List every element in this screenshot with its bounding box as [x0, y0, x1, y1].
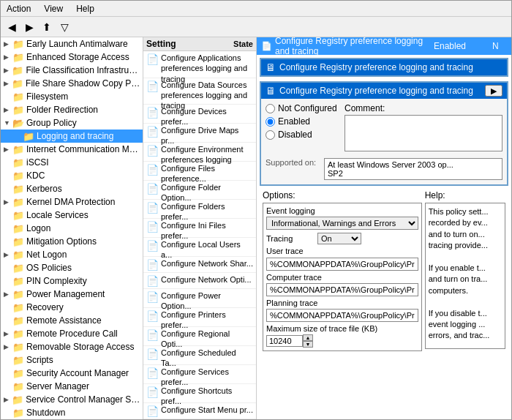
tree-item-logon[interactable]: 📁 Logon — [1, 222, 143, 235]
tree-item-label: Scripts — [26, 355, 53, 365]
spinner-up[interactable]: ▲ — [303, 334, 313, 341]
tree-item-server-mgr[interactable]: 📁 Server Manager — [1, 380, 143, 393]
radio-group: Not Configured Enabled Disabled — [266, 103, 339, 154]
tracing-select[interactable]: On Off — [317, 233, 361, 244]
not-configured-radio[interactable] — [266, 104, 275, 113]
settings-item-icon: 📄 — [146, 221, 159, 233]
menu-view[interactable]: View — [41, 3, 66, 15]
dialog-resize-button[interactable]: ▶ — [485, 85, 502, 97]
forward-button[interactable]: ▶ — [21, 19, 37, 35]
up-button[interactable]: ⬆ — [39, 19, 55, 35]
tree-item-iscsi[interactable]: 📁 iSCSI — [1, 156, 143, 169]
tree-item-pin[interactable]: 📁 PIN Complexity — [1, 274, 143, 288]
menu-action[interactable]: Action — [4, 3, 34, 15]
tree-item-locale[interactable]: 📁 Locale Services — [1, 209, 143, 222]
spinner-down[interactable]: ▼ — [303, 341, 313, 348]
filter-button[interactable]: ▽ — [56, 19, 72, 35]
user-trace-row: User trace — [266, 247, 418, 255]
settings-item-icon: 📄 — [146, 183, 159, 195]
tree-item-security-acct[interactable]: 📁 Security Account Manager — [1, 367, 143, 380]
max-size-spinner[interactable]: ▲ ▼ — [266, 334, 418, 348]
enabled-radio[interactable] — [266, 117, 275, 127]
settings-item-15[interactable]: 📄 Configure Scheduled Ta... — [143, 346, 256, 365]
settings-item-3[interactable]: 📄 Configure Drive Maps pr... — [143, 124, 256, 143]
inner-dialog-title-1: 🖥 Configure Registry preference logging … — [261, 59, 507, 75]
tree-item-group-policy[interactable]: ▼ 📂 Group Policy — [1, 116, 143, 130]
tree-item-removable[interactable]: ▶ 📁 Removable Storage Access — [1, 340, 143, 353]
tree-item-kerberos[interactable]: 📁 Kerberos — [1, 182, 143, 195]
user-trace-value[interactable]: %COMMONAPPDATA%\GroupPolicy\Pr — [266, 258, 418, 271]
tree-item-filesystem[interactable]: 📁 Filesystem — [1, 90, 143, 103]
tree-item-net-logon[interactable]: ▶ 📁 Net Logon — [1, 248, 143, 261]
settings-item-1[interactable]: 📄 Configure Data Sources preferences log… — [143, 78, 256, 105]
toolbar: ◀ ▶ ⬆ ▽ — [1, 17, 511, 37]
tree-item-folder-redirect[interactable]: ▶ 📁 Folder Redirection — [1, 103, 143, 116]
settings-item-0[interactable]: 📄 Configure Applications preferences log… — [143, 51, 256, 78]
tree-item-mitigation[interactable]: 📁 Mitigation Options — [1, 235, 143, 248]
user-trace-label: User trace — [266, 247, 317, 255]
tree-item-recovery[interactable]: 📁 Recovery — [1, 301, 143, 314]
settings-item-icon: 📄 — [146, 259, 159, 271]
settings-item-17[interactable]: 📄 Configure Shortcuts pref... — [143, 384, 256, 403]
max-size-input[interactable] — [266, 335, 303, 347]
tree-item-label: Remote Procedure Call — [26, 329, 118, 339]
disabled-row[interactable]: Disabled — [266, 130, 339, 140]
settings-item-10[interactable]: 📄 Configure Network Shar... — [143, 257, 256, 273]
tree-item-label: iSCSI — [26, 157, 49, 168]
not-configured-row[interactable]: Not Configured — [266, 103, 339, 113]
tree-item-remote-assist[interactable]: 📁 Remote Assistance — [1, 314, 143, 327]
settings-item-5[interactable]: 📄 Configure Files preference... — [143, 162, 256, 181]
settings-item-icon: 📄 — [146, 275, 159, 287]
settings-item-icon: 📄 — [146, 107, 159, 119]
settings-item-11[interactable]: 📄 Configure Network Opti... — [143, 273, 256, 289]
disabled-label: Disabled — [278, 130, 312, 140]
computer-trace-value[interactable]: %COMMONAPPDATA%\GroupPolicy\Pr — [266, 283, 418, 296]
tree-item-svc-ctrl[interactable]: ▶ 📁 Service Control Manager Setti... — [1, 393, 143, 406]
tree-item-file-class[interactable]: ▶ 📁 File Classification Infrastructu... — [1, 64, 143, 77]
settings-item-12[interactable]: 📄 Configure Power Option... — [143, 289, 256, 308]
settings-item-13[interactable]: 📄 Configure Printers prefer... — [143, 308, 256, 327]
tracing-label: Tracing — [266, 234, 317, 243]
settings-item-9[interactable]: 📄 Configure Local Users a... — [143, 238, 256, 257]
tree-item-logging[interactable]: 📁 Logging and tracing — [1, 130, 143, 143]
settings-item-8[interactable]: 📄 Configure Ini Files prefer... — [143, 219, 256, 238]
settings-item-label: Configure Network Shar... — [161, 258, 253, 269]
expand-arrow: ▶ — [4, 330, 11, 337]
planning-trace-value[interactable]: %COMMONAPPDATA%\GroupPolicy\Pr — [266, 309, 418, 322]
tree-item-scripts[interactable]: 📁 Scripts — [1, 353, 143, 367]
tree-item-internet-comm[interactable]: ▶ 📁 Internet Communication Ma... — [1, 143, 143, 156]
settings-item-14[interactable]: 📄 Configure Regional Opti... — [143, 327, 256, 346]
tree-item-label: Server Manager — [26, 381, 89, 391]
settings-item-4[interactable]: 📄 Configure Environment preferences logg… — [143, 143, 256, 162]
tree-item-label: Kernel DMA Protection — [26, 197, 115, 207]
tree-item-power[interactable]: ▶ 📁 Power Management — [1, 288, 143, 301]
supported-row: Supported on: At least Windows Server 20… — [261, 158, 507, 184]
inner-dialog-label-1: Configure Registry preference logging an… — [279, 62, 473, 72]
selected-setting-row[interactable]: 📄 Configure Registry preference logging … — [257, 37, 511, 55]
event-logging-select[interactable]: Informational, Warnings and Errors Warni… — [266, 217, 418, 230]
settings-item-label: Configure Start Menu pr... — [161, 405, 253, 415]
tree-item-early-launch[interactable]: ▶ 📁 Early Launch Antimalware — [1, 37, 143, 50]
settings-item-2[interactable]: 📄 Configure Devices prefer... — [143, 105, 256, 124]
tree-item-shutdown[interactable]: 📁 Shutdown — [1, 406, 143, 419]
settings-item-18[interactable]: 📄 Configure Start Menu pr... — [143, 403, 256, 419]
settings-item-icon: 📄 — [146, 386, 159, 398]
tree-item-kernel-dma[interactable]: ▶ 📁 Kernel DMA Protection — [1, 195, 143, 209]
disabled-radio[interactable] — [266, 130, 275, 140]
enabled-row[interactable]: Enabled — [266, 116, 339, 127]
back-button[interactable]: ◀ — [4, 19, 20, 35]
not-configured-label: Not Configured — [278, 103, 337, 113]
tree-item-rpc[interactable]: ▶ 📁 Remote Procedure Call — [1, 327, 143, 340]
tree-item-kdc[interactable]: 📁 KDC — [1, 169, 143, 182]
supported-label: Supported on: — [266, 158, 324, 167]
settings-item-7[interactable]: 📄 Configure Folders prefer... — [143, 200, 256, 219]
comment-textarea[interactable] — [345, 115, 502, 151]
menu-help[interactable]: Help — [73, 3, 97, 15]
settings-item-16[interactable]: 📄 Configure Services prefer... — [143, 365, 256, 384]
tracing-row: Tracing On Off — [266, 233, 418, 244]
settings-item-6[interactable]: 📄 Configure Folder Option... — [143, 181, 256, 200]
tree-item-label: Logon — [26, 223, 50, 233]
tree-item-enhanced[interactable]: ▶ 📁 Enhanced Storage Access — [1, 50, 143, 64]
tree-item-file-share[interactable]: ▶ 📁 File Share Shadow Copy Provi... — [1, 77, 143, 90]
tree-item-os-policies[interactable]: 📁 OS Policies — [1, 261, 143, 274]
